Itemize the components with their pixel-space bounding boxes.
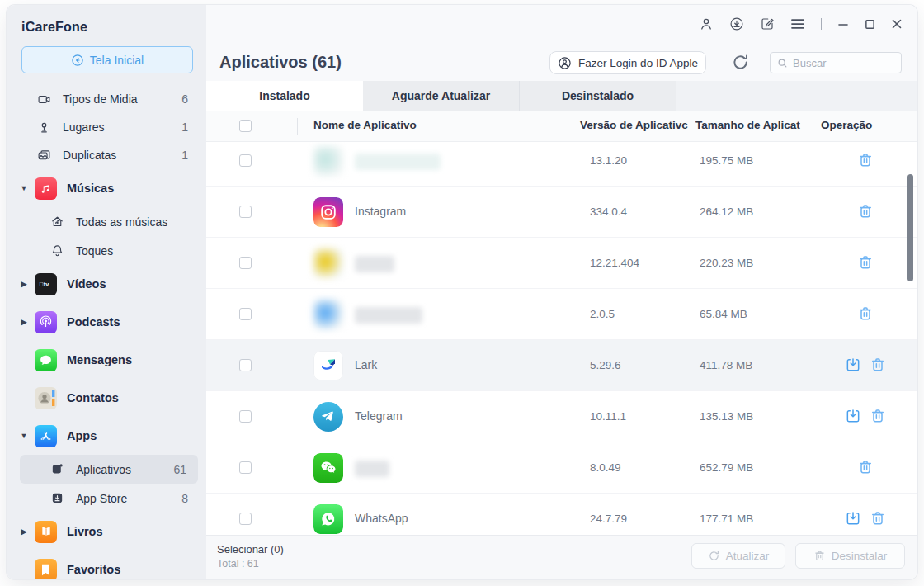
table-row[interactable]: Instagram334.0.4264.12 MB [206,187,917,238]
sidebar-item-label: Toques [76,244,113,258]
favorites-app-icon [35,559,57,580]
menu-icon[interactable] [790,18,805,30]
delete-app-icon[interactable] [857,305,874,322]
sidebar: iCareFone Tela Inicial Tipos de Midia6Lu… [7,5,206,579]
vertical-scrollbar-thumb[interactable] [908,174,913,281]
search-box[interactable] [770,52,902,73]
sidebar-item-label: Contatos [67,391,119,404]
table-row[interactable]: 12.21.404220.23 MB [206,238,917,289]
delete-app-icon[interactable] [857,254,874,271]
whatsapp-icon [314,504,343,534]
delete-app-icon[interactable] [857,459,874,475]
music-app-icon [35,177,57,200]
sidebar-item-duplicatas[interactable]: Duplicatas1 [7,141,206,169]
uninstall-button[interactable]: Desinstalar [795,543,905,569]
sidebar-item-label: Favoritos [67,563,120,576]
download-manager-icon[interactable] [729,17,744,31]
table-row[interactable]: 2.0.565.84 MB [206,289,917,340]
sidebar-item-m-sicas[interactable]: ▼Músicas [7,169,206,207]
sidebar-item-count: 1 [182,149,188,162]
feedback-icon[interactable] [760,17,775,31]
app-brand: iCareFone [7,5,206,45]
app-window: iCareFone Tela Inicial Tipos de Midia6Lu… [7,5,917,579]
total-count: Total : 61 [217,558,259,569]
sidebar-item-label: Músicas [67,182,114,195]
maximize-icon[interactable] [865,19,875,30]
row-checkbox[interactable] [239,308,252,320]
row-operations [835,305,896,322]
sidebar-item-aplicativos[interactable]: Aplicativos61 [20,455,198,484]
sidebar-item-apps[interactable]: ▼Apps [7,417,206,455]
app-name: WhatsApp [355,512,408,525]
all-music-icon [48,215,66,229]
sidebar-item-label: Duplicatas [63,149,116,162]
row-checkbox[interactable] [239,410,252,423]
row-checkbox[interactable] [239,154,252,167]
apple-id-login-button[interactable]: Fazer Login do ID Apple [549,51,706,74]
table-row[interactable]: Lark5.29.6411.78 MB [206,340,917,391]
delete-app-icon[interactable] [870,357,886,373]
table-row[interactable]: WhatsApp24.7.79177.71 MB [206,494,917,535]
select-all-checkbox[interactable] [239,120,252,132]
row-checkbox[interactable] [239,206,252,218]
app-size: 652.79 MB [700,461,753,474]
tab-aguarde-atualizar[interactable]: Aguarde Atualizar [363,81,520,111]
delete-app-icon[interactable] [870,510,886,527]
table-row[interactable]: 13.1.20195.75 MB [206,142,917,187]
sidebar-item-v-deos[interactable]: ▶tvVídeos [7,265,206,303]
chevron-right-icon[interactable]: ▶ [20,318,28,326]
row-checkbox[interactable] [239,513,252,525]
update-app-icon[interactable] [845,510,861,527]
sidebar-item-lugares[interactable]: Lugares1 [7,113,206,141]
delete-app-icon[interactable] [870,408,886,424]
row-checkbox[interactable] [239,359,252,371]
delete-app-icon[interactable] [857,203,874,220]
chevron-right-icon[interactable]: ▶ [20,280,28,288]
sidebar-item-toques[interactable]: Toques [7,236,206,265]
table-row[interactable]: Telegram10.11.1135.13 MB [206,391,917,442]
chevron-right-icon[interactable]: ▶ [20,527,28,536]
sidebar-item-label: Apps [67,429,97,442]
sidebar-item-mensagens[interactable]: Mensagens [7,341,206,379]
update-button[interactable]: Atualizar [691,543,785,569]
chevron-down-icon[interactable]: ▼ [20,432,28,440]
chevron-down-icon[interactable]: ▼ [20,184,28,192]
tab-desinstalado[interactable]: Desinstalado [520,81,676,111]
close-icon[interactable] [891,18,903,30]
duplicates-icon [35,149,53,163]
apps-app-icon [35,425,57,447]
update-app-icon[interactable] [845,408,861,424]
sidebar-item-contatos[interactable]: Contatos [7,379,206,417]
sidebar-item-label: App Store [76,492,127,505]
app-name: Lark [355,358,377,371]
tab-instalado[interactable]: Instalado [206,81,363,111]
account-icon[interactable] [699,17,714,31]
app-size: 195.75 MB [700,154,753,167]
sidebar-item-count: 8 [182,492,188,505]
row-operations [835,152,896,168]
minimize-icon[interactable] [837,18,849,30]
sidebar-item-app-store[interactable]: App Store8 [7,484,206,513]
home-button[interactable]: Tela Inicial [21,46,193,73]
row-checkbox[interactable] [239,257,252,269]
row-operations [835,357,896,373]
table-row[interactable]: 8.0.49652.79 MB [206,442,917,494]
sidebar-item-podcasts[interactable]: ▶Podcasts [7,303,206,341]
sidebar-item-todas-as-m-sicas[interactable]: Todas as músicas [7,207,206,236]
refresh-icon[interactable] [731,53,750,72]
footer-bar: Selecionar (0) Total : 61 Atualizar Desi… [206,535,917,579]
row-checkbox[interactable] [239,461,252,474]
update-app-icon[interactable] [845,357,861,373]
app-version: 12.21.404 [590,257,639,269]
app-version: 13.1.20 [590,154,627,167]
delete-app-icon[interactable] [857,152,874,168]
page-header: Aplicativos (61) Fazer Login do ID Apple [206,43,917,81]
app-version: 5.29.6 [590,359,621,371]
sidebar-item-livros[interactable]: ▶Livros [7,513,206,551]
sidebar-item-label: Lugares [63,121,105,134]
search-input[interactable] [793,57,894,69]
sidebar-item-tipos-de-midia[interactable]: Tipos de Midia6 [7,85,206,113]
lark-icon [314,351,343,380]
update-button-label: Atualizar [726,550,770,562]
sidebar-item-favoritos[interactable]: Favoritos [7,551,206,579]
